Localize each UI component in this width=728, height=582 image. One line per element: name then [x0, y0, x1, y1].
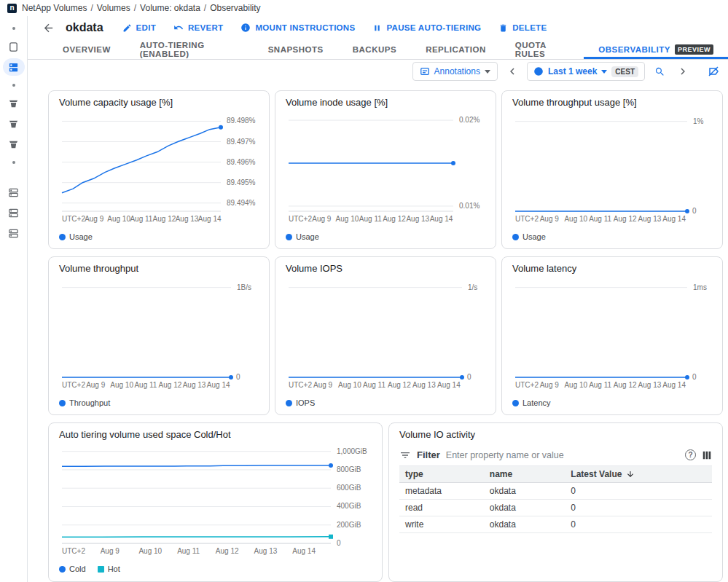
clock-icon [533, 66, 544, 76]
sidebar-item-bucket-1[interactable] [3, 95, 25, 112]
x-axis-tick-label: Aug 13 [406, 215, 429, 223]
time-range-button[interactable]: Last 1 week CEST [527, 62, 645, 81]
edit-button[interactable]: EDIT [122, 23, 156, 33]
x-axis-tick-label: Aug 10 [336, 215, 359, 223]
filter-input[interactable] [446, 450, 679, 460]
sidebar-item-server-3[interactable] [3, 224, 25, 242]
bucket-icon [8, 139, 19, 150]
sidebar-item-server-2[interactable] [3, 204, 25, 221]
legend-item-cold[interactable]: Cold [59, 565, 86, 573]
column-settings-icon[interactable] [702, 450, 712, 460]
sidebar-item-server-1[interactable] [3, 184, 25, 201]
legend-item-usage[interactable]: Usage [512, 232, 546, 241]
mount-instructions-button[interactable]: MOUNT INSTRUCTIONS [240, 23, 355, 33]
x-axis-tick-label: Aug 10 [338, 381, 361, 389]
tab-label: QUOTA RULES [515, 41, 570, 58]
x-axis-tick-label: Aug 10 [138, 547, 162, 555]
tab-replication[interactable]: REPLICATION [411, 39, 501, 59]
x-axis-tick-label: Aug 9 [540, 215, 560, 223]
chart-card-auto-tiering-used-space: Auto tiering volume used space Cold/Hot … [48, 422, 383, 582]
tab-observability[interactable]: OBSERVABILITY PREVIEW [584, 39, 728, 59]
chart-plot: 0.02%0.01%UTC+2Aug 9Aug 10Aug 11Aug 12Au… [286, 109, 485, 229]
tab-overview[interactable]: OVERVIEW [48, 39, 125, 59]
annotations-button[interactable]: Annotations [412, 62, 498, 81]
tab-label: AUTO-TIERING (ENABLED) [140, 41, 239, 58]
toggle-annotations-button[interactable] [705, 63, 722, 80]
tab-auto-tiering[interactable]: AUTO-TIERING (ENABLED) [125, 39, 254, 59]
x-axis-tick-label: Aug 10 [564, 381, 587, 389]
breadcrumb-item-volumes[interactable]: Volumes [97, 3, 130, 13]
x-axis-tick-label: Aug 14 [207, 381, 230, 389]
nav-dot-icon[interactable] [12, 161, 15, 164]
chart-title: Volume throughput [59, 263, 259, 274]
x-axis-tick-label: Aug 9 [86, 381, 106, 389]
nav-dot-icon[interactable] [12, 84, 15, 87]
x-axis-tick-label: Aug 14 [292, 547, 316, 555]
column-header-latest-value[interactable]: Latest Value [565, 466, 712, 483]
table-row-read[interactable]: read okdata 0 [399, 500, 712, 516]
y-axis-tick-label: 89.496% [227, 158, 256, 166]
column-header-name[interactable]: name [484, 466, 565, 483]
x-axis-tick-label: Aug 12 [383, 215, 406, 223]
sidebar-item-volumes[interactable] [3, 58, 25, 76]
legend-label: Hot [108, 565, 120, 573]
x-axis-tick-label: Aug 11 [359, 215, 382, 223]
help-icon[interactable]: ? [685, 449, 696, 460]
x-axis-tick-label: Aug 11 [130, 215, 152, 223]
pause-auto-tiering-button[interactable]: PAUSE AUTO-TIERING [372, 23, 481, 33]
pencil-icon [122, 23, 132, 33]
x-axis-tick-label: Aug 9 [313, 381, 333, 389]
tab-quota-rules[interactable]: QUOTA RULES [501, 39, 584, 59]
nav-dot-icon[interactable] [12, 27, 15, 30]
x-axis-tick-label: Aug 11 [363, 381, 385, 389]
column-header-type[interactable]: type [399, 466, 484, 483]
breadcrumb-item-volume-okdata[interactable]: Volume: okdata [140, 3, 200, 13]
revert-button[interactable]: REVERT [173, 23, 223, 33]
chart-card-inode-usage: Volume inode usage [%] 0.02%0.01%UTC+2Au… [275, 90, 496, 249]
legend-item-hot[interactable]: Hot [98, 565, 120, 573]
y-axis-tick-label: 89.498% [227, 117, 256, 125]
chart-plot: 89.498%89.497%89.496%89.495%89.494%UTC+2… [59, 109, 259, 229]
time-forward-button[interactable] [674, 63, 692, 80]
legend-item-latency[interactable]: Latency [512, 398, 551, 407]
caret-down-icon [601, 70, 607, 74]
table-row-metadata[interactable]: metadata okdata 0 [399, 483, 712, 500]
chart-title: Volume capacity usage [%] [59, 97, 259, 108]
end-marker [219, 125, 223, 130]
timezone-badge: CEST [611, 66, 638, 77]
legend-item-throughput[interactable]: Throughput [59, 398, 110, 407]
storage-volume-icon [8, 62, 19, 73]
io-activity-card: Volume IO activity Filter ? type name [388, 422, 723, 582]
main-content: okdata EDIT REVERT MOUNT INSTRUCTIONS PA… [28, 16, 728, 582]
charts-row-3: Auto tiering volume used space Cold/Hot … [48, 422, 723, 582]
tab-backups[interactable]: BACKUPS [338, 39, 411, 59]
chart-plot: 1%UTC+2Aug 9Aug 10Aug 11Aug 12Aug 13Aug … [512, 109, 712, 229]
legend-item-iops[interactable]: IOPS [286, 398, 315, 407]
legend-item-usage[interactable]: Usage [286, 232, 319, 241]
chart-title: Auto tiering volume used space Cold/Hot [59, 429, 372, 440]
breadcrumb-item-netapp-volumes[interactable]: NetApp Volumes [22, 3, 87, 13]
time-back-button[interactable] [504, 63, 521, 80]
search-icon [654, 66, 665, 77]
breadcrumb: NetApp Volumes / Volumes / Volume: okdat… [22, 3, 261, 13]
info-icon [240, 23, 251, 33]
sidebar-item-bucket-2[interactable] [3, 115, 25, 133]
end-marker [685, 209, 689, 213]
delete-button[interactable]: DELETE [498, 23, 547, 33]
legend-marker-icon [59, 566, 66, 573]
sidebar-item-bucket-3[interactable] [3, 135, 25, 153]
zoom-time-button[interactable] [651, 63, 668, 80]
x-axis-tick-label: Aug 11 [134, 381, 157, 389]
cell-name: okdata [484, 516, 565, 533]
back-button[interactable] [38, 17, 58, 38]
tab-snapshots[interactable]: SNAPSHOTS [254, 39, 338, 59]
legend-marker-icon [512, 400, 519, 406]
x-axis-tick-label: Aug 14 [662, 215, 686, 223]
y-axis-tick-label: 1ms [693, 283, 707, 291]
chart-plot: 1msUTC+2Aug 9Aug 10Aug 11Aug 12Aug 13Aug… [512, 275, 712, 395]
sidebar-item-app[interactable] [3, 38, 25, 55]
end-marker [329, 535, 333, 539]
table-row-write[interactable]: write okdata 0 [399, 516, 712, 533]
legend-item-usage[interactable]: Usage [59, 232, 93, 241]
top-bar: n NetApp Volumes / Volumes / Volume: okd… [0, 0, 728, 16]
